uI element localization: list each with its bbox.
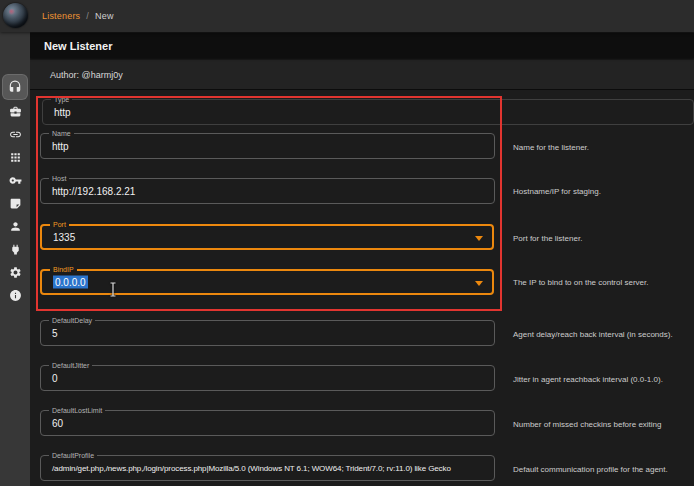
breadcrumb-listeners-link[interactable]: Listeners <box>42 11 80 21</box>
info-icon <box>9 289 22 302</box>
author-label: Author: @harmj0y <box>50 70 123 80</box>
type-field[interactable]: Type http <box>42 99 694 125</box>
port-field-value: 1335 <box>53 232 75 243</box>
name-field-label: Name <box>49 129 74 138</box>
defaultprofile-field[interactable]: DefaultProfile /admin/get.php,/news.php,… <box>40 455 495 481</box>
defaultprofile-helper-text: Default communication profile for the ag… <box>513 465 693 475</box>
app-logo[interactable] <box>3 3 28 28</box>
breadcrumb-current: New <box>95 11 114 21</box>
note-icon <box>9 197 22 210</box>
port-helper-text: Port for the listener. <box>513 234 693 244</box>
bindip-helper-text: The IP to bind to on the control server. <box>513 278 693 288</box>
sidebar <box>0 32 30 486</box>
sidebar-item-users[interactable] <box>3 214 27 238</box>
defaultdelay-field-value: 5 <box>52 328 58 339</box>
defaultprofile-field-label: DefaultProfile <box>49 451 97 460</box>
sidebar-item-credentials[interactable] <box>3 168 27 192</box>
host-field[interactable]: Host http://192.168.2.21 <box>40 178 495 204</box>
headset-icon <box>8 80 22 94</box>
defaultlostlimit-field[interactable]: DefaultLostLimit 60 <box>40 410 495 436</box>
defaultdelay-field-label: DefaultDelay <box>49 316 95 325</box>
sidebar-item-reporting[interactable] <box>3 191 27 215</box>
key-icon <box>9 174 22 187</box>
defaultjitter-helper-text: Jitter in agent reachback interval (0.0-… <box>513 375 693 385</box>
name-field[interactable]: Name http <box>40 133 495 159</box>
sidebar-item-modules[interactable] <box>3 145 27 169</box>
text-cursor-icon <box>109 282 117 301</box>
sidebar-item-stagers[interactable] <box>3 99 27 123</box>
breadcrumb: Listeners / New <box>42 0 114 32</box>
bindip-field-label: BindIP <box>50 265 77 274</box>
bindip-dropdown-arrow-icon[interactable] <box>475 281 483 286</box>
defaultdelay-field[interactable]: DefaultDelay 5 <box>40 320 495 346</box>
defaultjitter-field-value: 0 <box>52 373 58 384</box>
host-field-label: Host <box>49 174 69 183</box>
sidebar-item-about[interactable] <box>3 283 27 307</box>
sidebar-item-settings[interactable] <box>3 260 27 284</box>
sidebar-item-agents[interactable] <box>3 122 27 146</box>
host-helper-text: Hostname/IP for staging. <box>513 187 693 197</box>
defaultlostlimit-field-label: DefaultLostLimit <box>49 406 105 415</box>
briefcase-icon <box>9 105 22 118</box>
author-panel: Author: @harmj0y <box>30 60 694 90</box>
starkiller-app: Listeners / New <box>0 0 694 486</box>
defaultjitter-field[interactable]: DefaultJitter 0 <box>40 365 495 391</box>
grid-icon <box>9 151 22 164</box>
selected-text: 0.0.0.0 <box>53 276 88 289</box>
bindip-field-value: 0.0.0.0 <box>53 277 88 288</box>
user-icon <box>9 220 22 233</box>
plug-icon <box>9 243 22 256</box>
type-field-label: Type <box>51 95 72 104</box>
defaultprofile-field-value: /admin/get.php,/news.php,/login/process.… <box>52 464 451 473</box>
defaultjitter-field-label: DefaultJitter <box>49 361 92 370</box>
sidebar-item-listeners[interactable] <box>3 75 27 99</box>
host-field-value: http://192.168.2.21 <box>52 186 135 197</box>
link-icon <box>9 128 22 141</box>
breadcrumb-separator: / <box>86 11 89 21</box>
defaultdelay-helper-text: Agent delay/reach back interval (in seco… <box>513 330 693 340</box>
defaultlostlimit-helper-text: Number of missed checkins before exiting <box>513 420 693 430</box>
port-field-label: Port <box>50 220 69 229</box>
port-field[interactable]: Port 1335 <box>40 224 494 250</box>
name-field-value: http <box>52 141 69 152</box>
top-bar: Listeners / New <box>0 0 694 32</box>
defaultlostlimit-field-value: 60 <box>52 418 63 429</box>
gear-icon <box>9 266 22 279</box>
name-helper-text: Name for the listener. <box>513 143 693 153</box>
page-title: New Listener <box>44 40 112 52</box>
type-field-value: http <box>54 107 71 118</box>
page-header: New Listener <box>30 33 694 58</box>
sidebar-item-plugins[interactable] <box>3 237 27 261</box>
port-dropdown-arrow-icon[interactable] <box>475 236 483 241</box>
